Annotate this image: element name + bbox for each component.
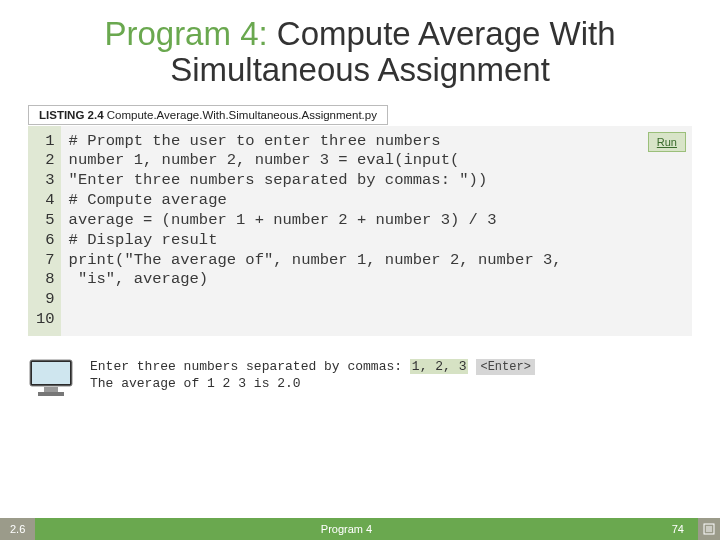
footer-mid: Program 4	[35, 523, 657, 535]
monitor-icon	[28, 358, 74, 398]
line-number: 6	[36, 231, 55, 251]
line-number: 7	[36, 251, 55, 271]
footer-section: 2.6	[0, 518, 35, 540]
line-number: 10	[36, 310, 55, 330]
svg-rect-2	[44, 387, 58, 392]
line-number-gutter: 1 2 3 4 5 6 7 8 9 10	[28, 126, 61, 336]
line-number: 3	[36, 171, 55, 191]
console-text: Enter three numbers separated by commas:…	[90, 358, 692, 393]
listing-label: LISTING 2.4	[39, 109, 104, 121]
code-line: # Display result	[69, 231, 684, 251]
footer-page: 74	[658, 523, 698, 535]
svg-rect-3	[38, 392, 64, 396]
listing-file: Compute.Average.With.Simultaneous.Assign…	[107, 109, 377, 121]
listing-tab: LISTING 2.4 Compute.Average.With.Simulta…	[28, 105, 388, 125]
code-line: average = (number 1 + number 2 + number …	[69, 211, 684, 231]
code-line: print("The average of", number 1, number…	[69, 251, 684, 271]
slide-title: Program 4: Compute Average With Simultan…	[20, 16, 700, 89]
line-number: 1	[36, 132, 55, 152]
line-number: 4	[36, 191, 55, 211]
footer-corner-icon	[698, 518, 720, 540]
console-result: The average of 1 2 3 is 2.0	[90, 375, 692, 393]
code-line: "is", average)	[69, 270, 684, 290]
line-number: 2	[36, 151, 55, 171]
code-line: # Prompt the user to enter three numbers	[69, 132, 684, 152]
line-number: 5	[36, 211, 55, 231]
svg-rect-1	[32, 362, 70, 384]
line-number: 9	[36, 290, 55, 310]
title-accent: Program 4:	[104, 15, 267, 52]
code-line: "Enter three numbers separated by commas…	[69, 171, 684, 191]
run-button[interactable]: Run	[648, 132, 686, 152]
console-line: Enter three numbers separated by commas:…	[90, 358, 692, 376]
code-listing: 1 2 3 4 5 6 7 8 9 10 # Prompt the user t…	[28, 125, 692, 336]
console-output: Enter three numbers separated by commas:…	[28, 358, 692, 398]
code-line: number 1, number 2, number 3 = eval(inpu…	[69, 151, 684, 171]
enter-badge: <Enter>	[476, 359, 534, 375]
console-prompt: Enter three numbers separated by commas:	[90, 359, 410, 374]
footer-bar: 2.6 Program 4 74	[0, 518, 720, 540]
line-number: 8	[36, 270, 55, 290]
code-line: # Compute average	[69, 191, 684, 211]
code-body: # Prompt the user to enter three numbers…	[61, 126, 692, 336]
console-input: 1, 2, 3	[410, 359, 469, 374]
